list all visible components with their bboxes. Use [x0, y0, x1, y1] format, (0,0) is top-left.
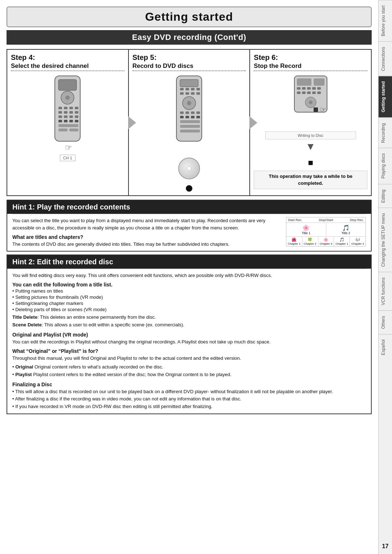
step6-remote-svg: ☞	[289, 74, 332, 129]
hint2-section: Hint 2: Edit the recorded disc You will …	[7, 254, 372, 414]
svg-rect-46	[180, 130, 200, 133]
sidebar-tab-espanol[interactable]: Español	[379, 334, 392, 360]
svg-rect-55	[297, 91, 301, 94]
svg-rect-56	[302, 91, 306, 94]
sidebar-tab-vcr[interactable]: VCR functions	[379, 272, 392, 310]
svg-point-3	[65, 95, 70, 100]
title1-cell: 🌸 Title 1	[286, 223, 326, 236]
ch1-cell: 🌺 Chapter 1	[286, 237, 302, 246]
step4-image: ☞ CH 1	[11, 74, 124, 161]
step5-disc	[178, 158, 200, 179]
svg-rect-29	[196, 88, 200, 90]
title-delete-label: Title Delete	[12, 314, 37, 320]
svg-rect-19	[75, 120, 78, 122]
step5-dots	[132, 70, 246, 71]
main-content: Getting started Easy DVD recording (Cont…	[0, 0, 378, 554]
ch4-cell: 🎵 Chapter 1	[334, 237, 350, 246]
ch3-cell: 🌸 Chapter 3	[318, 237, 334, 246]
writing-note: Writing to Disc	[265, 131, 356, 139]
recording-diagram: Start Rec. Stop/Start Stop Rec. 🌸 Title …	[286, 217, 366, 247]
svg-rect-41	[185, 116, 189, 118]
scene-delete-label: Scene Delete	[12, 322, 42, 327]
svg-rect-9	[64, 111, 68, 114]
svg-rect-10	[69, 111, 73, 114]
hint2-content: You will find editing discs very easy. T…	[7, 269, 371, 414]
svg-point-61	[309, 101, 313, 104]
svg-rect-15	[75, 115, 78, 118]
svg-rect-42	[191, 116, 195, 118]
sidebar-tab-setup[interactable]: Changing the SETUP menu	[379, 208, 392, 272]
svg-rect-36	[180, 111, 184, 114]
svg-text:☞: ☞	[65, 143, 72, 152]
title-delete-row: Title Delete: This deletes an entire sce…	[12, 314, 366, 321]
steps-section: Step 4: Select the desired channel	[7, 49, 372, 196]
page-subtitle: Easy DVD recording (Cont'd)	[7, 30, 372, 45]
step4-label: Step 4:	[11, 53, 35, 62]
ch1-label: CH 1	[60, 155, 75, 161]
svg-rect-57	[307, 91, 311, 94]
step4-remote-svg: ☞	[48, 74, 87, 154]
label-start-rec: Start Rec.	[286, 217, 313, 223]
step6-image: ☞ Writing to Disc ▼ ■ This operation may…	[254, 74, 367, 189]
svg-rect-50	[297, 87, 301, 90]
step5-label: Step 5:	[132, 53, 157, 62]
step5-subtitle: Record to DVD discs	[132, 62, 193, 70]
sidebar-tab-playing[interactable]: Playing discs	[379, 148, 392, 184]
svg-rect-16	[58, 120, 62, 122]
step6-subtitle: Stop the Record	[254, 62, 301, 70]
svg-rect-8	[58, 111, 62, 114]
svg-point-35	[187, 101, 191, 105]
step4-subtitle: Select the desired channel	[11, 62, 89, 70]
svg-rect-53	[312, 87, 316, 90]
step6-box: Step 6: Stop the Record	[250, 50, 371, 195]
svg-rect-17	[64, 120, 68, 122]
svg-rect-51	[302, 87, 306, 90]
hint1-subheading: What are titles and chapters?	[12, 234, 282, 240]
hint2-title: Hint 2: Edit the recorded disc	[7, 255, 371, 269]
chapter-row: 🌺 Chapter 1 🍀 Chapter 2 🌸 Chapter 3	[286, 237, 366, 246]
svg-rect-21	[58, 129, 68, 131]
what-text: Throughout this manual, you will find Or…	[12, 355, 366, 362]
sidebar-tab-others[interactable]: Others	[379, 310, 392, 334]
hint1-intro: You can select the title you want to pla…	[12, 217, 282, 231]
sidebar-tab-recording[interactable]: Recording	[379, 118, 392, 148]
step5-remote-svg	[169, 74, 209, 154]
hint2-list: Putting names on titles Setting pictures…	[12, 288, 366, 312]
svg-rect-28	[191, 88, 195, 90]
svg-rect-48	[297, 78, 311, 86]
step4-dots	[11, 70, 124, 71]
finalizing-bullet-0: • This will allow a disc that is recorde…	[12, 388, 366, 396]
svg-rect-33	[196, 92, 200, 95]
hint1-title: Hint 1: Play the recorded contents	[7, 200, 371, 214]
scene-delete-desc: : This allows a user to edit within a sp…	[42, 322, 184, 327]
page-title: Getting started	[7, 7, 372, 27]
sidebar-tab-connections[interactable]: Connections	[379, 41, 392, 76]
operation-note: This operation may take a while to be co…	[254, 171, 367, 189]
sidebar-tab-editing[interactable]: Editing	[379, 184, 392, 208]
svg-rect-4	[58, 107, 62, 109]
what-heading: What “Original” or “Playlist” is for?	[12, 348, 366, 354]
hint1-text-col: You can select the title you want to pla…	[12, 217, 282, 248]
sidebar-tab-before[interactable]: Before you start	[379, 0, 392, 41]
finalizing-heading: Finalizing a Disc	[12, 382, 366, 387]
page-number: 17	[382, 539, 389, 554]
original-playlist-heading: Original and Playlist (VR mode)	[12, 332, 366, 338]
hint2-list-item-0: Putting names on titles	[12, 288, 366, 294]
hint1-section: Hint 1: Play the recorded contents You c…	[7, 200, 372, 252]
svg-rect-22	[69, 129, 78, 131]
svg-rect-63	[314, 107, 318, 112]
scene-delete-row: Scene Delete: This allows a user to edit…	[12, 321, 366, 329]
svg-rect-27	[185, 88, 189, 90]
sidebar-tab-getting-started[interactable]: Getting started	[379, 76, 392, 117]
step6-dots	[254, 70, 367, 71]
svg-rect-44	[180, 120, 200, 123]
step5-image	[132, 74, 246, 192]
svg-rect-5	[64, 107, 68, 109]
svg-text:☞: ☞	[320, 106, 326, 114]
svg-rect-38	[191, 111, 195, 114]
title-delete-desc: : This deletes an entire scene permanent…	[37, 314, 156, 320]
hint2-list-item-2: Setting/clearing chapter markers	[12, 301, 366, 306]
hint2-list-title: You can edit the following from a title …	[12, 282, 366, 288]
svg-rect-49	[314, 78, 324, 86]
svg-rect-18	[69, 120, 73, 122]
